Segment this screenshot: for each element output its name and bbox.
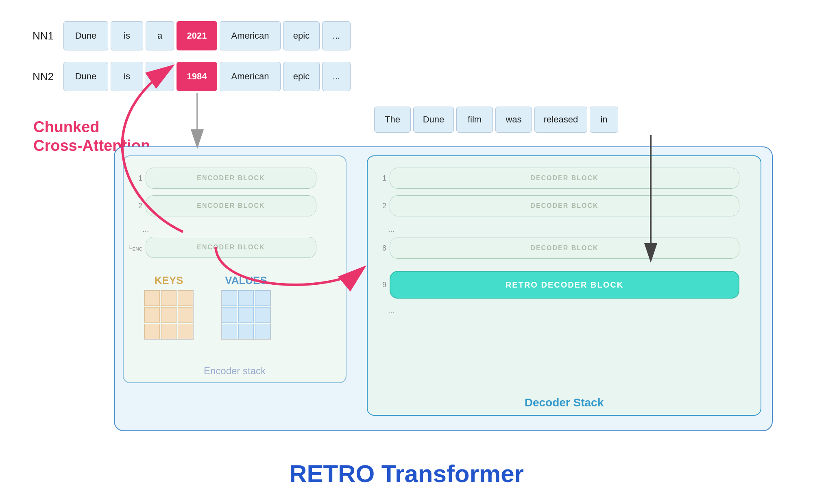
nn1-token-1: is [111,21,143,50]
nn1-token-2: a [146,21,174,50]
decoder-block-8-number: 8 [372,244,386,253]
encoder-block-1-row: 1 ENCODER BLOCK [128,168,316,189]
nn2-token-3: 1984 [177,62,217,91]
nn1-token-3: 2021 [177,21,217,50]
keys-section: KEYS [144,274,194,340]
encoder-block-lenc-number: LENC [128,244,142,251]
values-grid [221,290,271,340]
encoder-box: 1 ENCODER BLOCK 2 ENCODER BLOCK ... LENC… [123,155,347,383]
query-token-1: Dune [413,107,454,133]
decoder-block-1-number: 1 [372,174,386,183]
nn2-label: NN2 [33,70,57,83]
decoder-box: 1 DECODER BLOCK 2 DECODER BLOCK ... 8 DE… [367,155,761,416]
encoder-block-lenc: ENCODER BLOCK [146,237,316,258]
keys-grid [144,290,194,340]
encoder-block-2-row: 2 ENCODER BLOCK [128,195,316,216]
encoder-stack-label: Encoder stack [124,365,346,377]
encoder-block-2: ENCODER BLOCK [146,195,316,216]
nn2-token-2: a [146,62,174,91]
query-row: The Dune film was released in [374,107,618,133]
query-token-5: in [590,107,618,133]
keys-label: KEYS [144,274,194,287]
main-outer-box: 1 ENCODER BLOCK 2 ENCODER BLOCK ... LENC… [114,146,773,431]
encoder-dots: ... [142,225,149,234]
encoder-block-2-number: 2 [128,202,142,210]
decoder-block-1-row: 1 DECODER BLOCK [372,168,739,189]
encoder-block-1-number: 1 [128,174,142,183]
nn1-token-6: ... [322,21,351,50]
values-label: VALUES [221,274,271,287]
nn2-row: NN2 Dune is a 1984 American epic ... [33,62,351,91]
decoder-dots: ... [388,225,395,234]
query-token-4: released [534,107,587,133]
decoder-block-2-row: 2 DECODER BLOCK [372,195,739,216]
decoder-dots-below: ... [388,306,395,315]
retro-title: RETRO Transformer [0,460,813,488]
decoder-block-2: DECODER BLOCK [390,195,739,216]
nn2-token-1: is [111,62,143,91]
encoder-block-lenc-row: LENC ENCODER BLOCK [128,237,316,258]
decoder-block-1: DECODER BLOCK [390,168,739,189]
decoder-stack-label: Decoder Stack [368,396,761,409]
retro-block-row: 9 RETRO DECODER BLOCK [372,271,739,299]
nn2-token-5: epic [283,62,320,91]
nn1-token-5: epic [283,21,320,50]
query-token-2: film [456,107,493,133]
query-token-0: The [374,107,411,133]
nn2-token-0: Dune [63,62,108,91]
diagram-container: NN1 Dune is a 2021 American epic ... NN2… [0,0,813,504]
nn1-token-0: Dune [63,21,108,50]
nn1-token-4: American [220,21,281,50]
retro-block-number: 9 [372,281,386,289]
query-token-3: was [495,107,532,133]
nn2-token-6: ... [322,62,351,91]
decoder-block-8-row: 8 DECODER BLOCK [372,238,739,259]
encoder-block-1: ENCODER BLOCK [146,168,316,189]
decoder-block-8: DECODER BLOCK [390,238,739,259]
nn2-token-4: American [220,62,281,91]
values-section: VALUES [221,274,271,340]
nn1-label: NN1 [33,30,57,42]
retro-decoder-block: RETRO DECODER BLOCK [390,271,739,299]
decoder-block-2-number: 2 [372,202,386,210]
nn1-row: NN1 Dune is a 2021 American epic ... [33,21,351,50]
